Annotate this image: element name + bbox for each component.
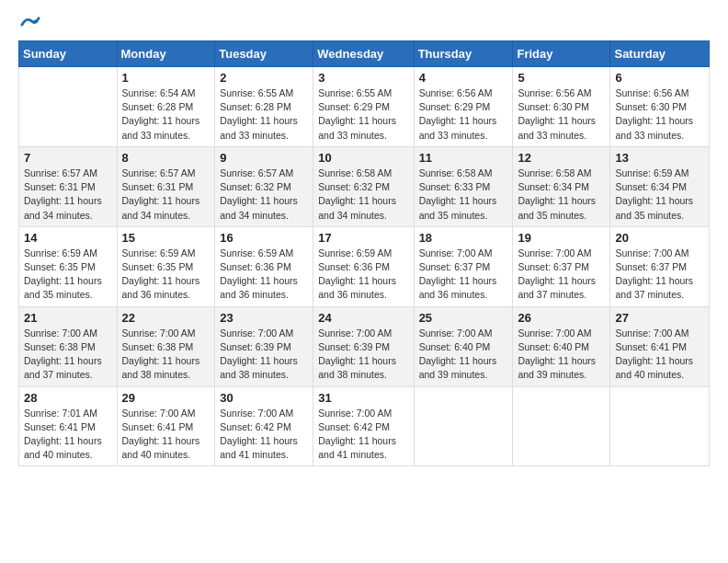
- calendar-cell: [513, 386, 610, 466]
- cell-info: Sunrise: 6:57 AM Sunset: 6:31 PM Dayligh…: [24, 167, 112, 223]
- cell-info: Sunrise: 6:55 AM Sunset: 6:28 PM Dayligh…: [220, 86, 308, 143]
- calendar-header-row: SundayMondayTuesdayWednesdayThursdayFrid…: [19, 41, 710, 67]
- cell-info: Sunrise: 6:59 AM Sunset: 6:36 PM Dayligh…: [220, 247, 308, 303]
- calendar-cell: 26Sunrise: 7:00 AM Sunset: 6:40 PM Dayli…: [513, 306, 610, 386]
- cell-info: Sunrise: 6:58 AM Sunset: 6:32 PM Dayligh…: [318, 167, 408, 223]
- calendar-cell: 14Sunrise: 6:59 AM Sunset: 6:35 PM Dayli…: [19, 226, 118, 306]
- day-number: 4: [419, 71, 508, 85]
- day-number: 8: [122, 151, 210, 165]
- calendar-cell: 2Sunrise: 6:55 AM Sunset: 6:28 PM Daylig…: [215, 67, 313, 147]
- day-number: 17: [318, 231, 408, 245]
- col-header-tuesday: Tuesday: [215, 41, 313, 67]
- calendar-cell: 23Sunrise: 7:00 AM Sunset: 6:39 PM Dayli…: [215, 306, 313, 386]
- cell-info: Sunrise: 7:00 AM Sunset: 6:39 PM Dayligh…: [318, 327, 408, 383]
- cell-info: Sunrise: 6:56 AM Sunset: 6:30 PM Dayligh…: [518, 86, 605, 143]
- calendar-cell: 27Sunrise: 7:00 AM Sunset: 6:41 PM Dayli…: [610, 306, 710, 386]
- cell-info: Sunrise: 6:59 AM Sunset: 6:35 PM Dayligh…: [24, 247, 112, 303]
- calendar-cell: [414, 386, 513, 466]
- header: [18, 15, 710, 31]
- cell-info: Sunrise: 6:55 AM Sunset: 6:29 PM Dayligh…: [318, 86, 408, 143]
- calendar-cell: [19, 67, 118, 147]
- cell-info: Sunrise: 7:00 AM Sunset: 6:40 PM Dayligh…: [518, 327, 605, 383]
- day-number: 9: [220, 151, 308, 165]
- day-number: 28: [24, 391, 112, 405]
- calendar-cell: 21Sunrise: 7:00 AM Sunset: 6:38 PM Dayli…: [19, 306, 118, 386]
- day-number: 31: [318, 391, 408, 405]
- day-number: 6: [615, 71, 704, 85]
- cell-info: Sunrise: 7:00 AM Sunset: 6:41 PM Dayligh…: [122, 407, 210, 463]
- day-number: 14: [24, 231, 112, 245]
- day-number: 1: [122, 71, 210, 85]
- col-header-thursday: Thursday: [414, 41, 513, 67]
- calendar-table: SundayMondayTuesdayWednesdayThursdayFrid…: [18, 40, 710, 466]
- cell-info: Sunrise: 7:00 AM Sunset: 6:39 PM Dayligh…: [220, 327, 308, 383]
- calendar-cell: 10Sunrise: 6:58 AM Sunset: 6:32 PM Dayli…: [313, 146, 414, 226]
- day-number: 24: [318, 311, 408, 325]
- day-number: 3: [318, 71, 408, 85]
- calendar-cell: 15Sunrise: 6:59 AM Sunset: 6:35 PM Dayli…: [117, 226, 215, 306]
- calendar-cell: 17Sunrise: 6:59 AM Sunset: 6:36 PM Dayli…: [313, 226, 414, 306]
- day-number: 21: [24, 311, 112, 325]
- cell-info: Sunrise: 7:01 AM Sunset: 6:41 PM Dayligh…: [24, 407, 112, 463]
- cell-info: Sunrise: 6:58 AM Sunset: 6:34 PM Dayligh…: [518, 167, 605, 223]
- day-number: 20: [615, 231, 704, 245]
- col-header-monday: Monday: [117, 41, 215, 67]
- calendar-cell: 25Sunrise: 7:00 AM Sunset: 6:40 PM Dayli…: [414, 306, 513, 386]
- calendar-cell: 20Sunrise: 7:00 AM Sunset: 6:37 PM Dayli…: [610, 226, 710, 306]
- day-number: 18: [419, 231, 508, 245]
- cell-info: Sunrise: 6:56 AM Sunset: 6:29 PM Dayligh…: [419, 86, 508, 143]
- cell-info: Sunrise: 7:00 AM Sunset: 6:41 PM Dayligh…: [615, 327, 704, 383]
- calendar-cell: 6Sunrise: 6:56 AM Sunset: 6:30 PM Daylig…: [610, 67, 710, 147]
- calendar-cell: [610, 386, 710, 466]
- cell-info: Sunrise: 7:00 AM Sunset: 6:42 PM Dayligh…: [318, 407, 408, 463]
- day-number: 26: [518, 311, 605, 325]
- calendar-cell: 18Sunrise: 7:00 AM Sunset: 6:37 PM Dayli…: [414, 226, 513, 306]
- calendar-cell: 13Sunrise: 6:59 AM Sunset: 6:34 PM Dayli…: [610, 146, 710, 226]
- cell-info: Sunrise: 6:59 AM Sunset: 6:35 PM Dayligh…: [122, 247, 210, 303]
- day-number: 5: [518, 71, 605, 85]
- week-row-2: 7Sunrise: 6:57 AM Sunset: 6:31 PM Daylig…: [19, 146, 710, 226]
- cell-info: Sunrise: 7:00 AM Sunset: 6:40 PM Dayligh…: [419, 327, 508, 383]
- cell-info: Sunrise: 7:00 AM Sunset: 6:37 PM Dayligh…: [419, 247, 508, 303]
- day-number: 2: [220, 71, 308, 85]
- calendar-cell: 16Sunrise: 6:59 AM Sunset: 6:36 PM Dayli…: [215, 226, 313, 306]
- calendar-cell: 11Sunrise: 6:58 AM Sunset: 6:33 PM Dayli…: [414, 146, 513, 226]
- day-number: 30: [220, 391, 308, 405]
- cell-info: Sunrise: 6:59 AM Sunset: 6:36 PM Dayligh…: [318, 247, 408, 303]
- day-number: 23: [220, 311, 308, 325]
- cell-info: Sunrise: 7:00 AM Sunset: 6:42 PM Dayligh…: [220, 407, 308, 463]
- calendar-cell: 7Sunrise: 6:57 AM Sunset: 6:31 PM Daylig…: [19, 146, 118, 226]
- calendar-cell: 3Sunrise: 6:55 AM Sunset: 6:29 PM Daylig…: [313, 67, 414, 147]
- calendar-cell: 28Sunrise: 7:01 AM Sunset: 6:41 PM Dayli…: [19, 386, 118, 466]
- col-header-wednesday: Wednesday: [313, 41, 414, 67]
- day-number: 12: [518, 151, 605, 165]
- page: SundayMondayTuesdayWednesdayThursdayFrid…: [0, 0, 728, 485]
- calendar-cell: 5Sunrise: 6:56 AM Sunset: 6:30 PM Daylig…: [513, 67, 610, 147]
- day-number: 16: [220, 231, 308, 245]
- logo-icon: [20, 15, 40, 35]
- cell-info: Sunrise: 7:00 AM Sunset: 6:37 PM Dayligh…: [518, 247, 605, 303]
- cell-info: Sunrise: 6:57 AM Sunset: 6:32 PM Dayligh…: [220, 167, 308, 223]
- logo: [18, 15, 40, 31]
- calendar-cell: 22Sunrise: 7:00 AM Sunset: 6:38 PM Dayli…: [117, 306, 215, 386]
- week-row-3: 14Sunrise: 6:59 AM Sunset: 6:35 PM Dayli…: [19, 226, 710, 306]
- day-number: 19: [518, 231, 605, 245]
- calendar-cell: 30Sunrise: 7:00 AM Sunset: 6:42 PM Dayli…: [215, 386, 313, 466]
- week-row-4: 21Sunrise: 7:00 AM Sunset: 6:38 PM Dayli…: [19, 306, 710, 386]
- day-number: 7: [24, 151, 112, 165]
- calendar-cell: 1Sunrise: 6:54 AM Sunset: 6:28 PM Daylig…: [117, 67, 215, 147]
- cell-info: Sunrise: 6:58 AM Sunset: 6:33 PM Dayligh…: [419, 167, 508, 223]
- calendar-cell: 12Sunrise: 6:58 AM Sunset: 6:34 PM Dayli…: [513, 146, 610, 226]
- week-row-5: 28Sunrise: 7:01 AM Sunset: 6:41 PM Dayli…: [19, 386, 710, 466]
- day-number: 29: [122, 391, 210, 405]
- calendar-cell: 31Sunrise: 7:00 AM Sunset: 6:42 PM Dayli…: [313, 386, 414, 466]
- cell-info: Sunrise: 6:57 AM Sunset: 6:31 PM Dayligh…: [122, 167, 210, 223]
- week-row-1: 1Sunrise: 6:54 AM Sunset: 6:28 PM Daylig…: [19, 67, 710, 147]
- col-header-friday: Friday: [513, 41, 610, 67]
- day-number: 10: [318, 151, 408, 165]
- calendar-cell: 4Sunrise: 6:56 AM Sunset: 6:29 PM Daylig…: [414, 67, 513, 147]
- calendar-cell: 24Sunrise: 7:00 AM Sunset: 6:39 PM Dayli…: [313, 306, 414, 386]
- calendar-cell: 9Sunrise: 6:57 AM Sunset: 6:32 PM Daylig…: [215, 146, 313, 226]
- cell-info: Sunrise: 7:00 AM Sunset: 6:37 PM Dayligh…: [615, 247, 704, 303]
- day-number: 13: [615, 151, 704, 165]
